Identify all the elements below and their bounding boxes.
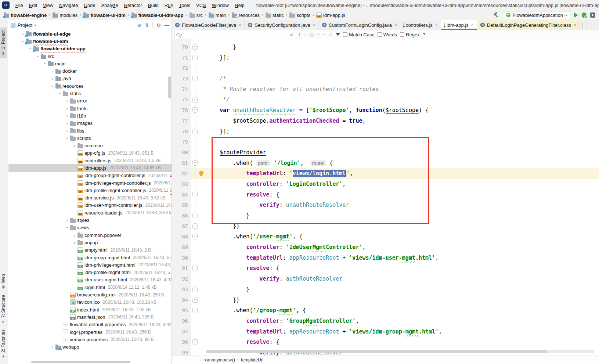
tree-item-idm-user-mgmt.html[interactable]: Hidm-user-mgmt.html2020/6/11 16:43, 4.93… [8, 276, 172, 284]
run-with-coverage-button[interactable] [590, 12, 595, 18]
menu-item-code[interactable]: Code [81, 1, 98, 10]
breadcrumb-item-main[interactable]: main [208, 12, 227, 18]
code-line[interactable]: */ [206, 94, 599, 105]
editor-tab-partial[interactable]: H [580, 20, 587, 30]
editor-tab-CustomFormLoginConfig.java[interactable]: CCustomFormLoginConfig.java× [319, 20, 400, 30]
tree-item-images[interactable]: ›images [8, 120, 172, 127]
checkbox-box[interactable] [343, 32, 347, 37]
tree-item-error[interactable]: ›error [8, 97, 172, 105]
next-occurrence-icon[interactable]: ↓ [304, 32, 306, 37]
tree-item-libs[interactable]: ›libs [8, 127, 172, 134]
close-tab-icon[interactable]: × [239, 22, 241, 28]
tree-item-favicon.ico[interactable]: favicon.ico2020/6/11 16:43, 102.13 kB [8, 299, 172, 306]
chevron-collapsed-icon[interactable]: › [72, 233, 77, 238]
code-line[interactable]: verify: authRouteResolver [206, 274, 599, 284]
match-case-checkbox[interactable]: Match Case [343, 32, 374, 37]
newline-icon[interactable]: ⏎ [289, 32, 293, 37]
words-checkbox[interactable]: Words [378, 32, 397, 37]
chevron-expanded-icon[interactable]: › [43, 61, 48, 66]
chevron-collapsed-icon[interactable]: › [64, 120, 70, 126]
chevron-collapsed-icon[interactable]: › [64, 128, 70, 134]
code-line[interactable]: } [206, 42, 599, 53]
checkbox-box[interactable] [378, 32, 382, 37]
code-line[interactable]: }]; [206, 126, 599, 137]
search-filter-icon[interactable] [336, 33, 340, 36]
debug-button[interactable] [582, 12, 587, 18]
code-line[interactable]: }]; [206, 53, 599, 63]
tree-item-idm-app.js[interactable]: JSidm-app.js2020/6/11 16:43, 14.69 kB [8, 164, 172, 172]
chevron-collapsed-icon[interactable]: › [64, 106, 70, 111]
tree-item-common[interactable]: ›common [8, 142, 172, 149]
menu-item-refactor[interactable]: Refactor [121, 1, 145, 10]
menu-item-file[interactable]: File [12, 1, 26, 10]
project-vertical-scrollbar[interactable] [168, 76, 171, 98]
tree-item-i18n[interactable]: ›i18n [8, 112, 172, 119]
menu-item-navigate[interactable]: Navigate [56, 1, 81, 10]
tree-item-flowable-ui-idm[interactable]: ›flowable-ui-idm [8, 37, 172, 45]
code-line[interactable]: templateUrl: appResourceRoot + 'views/id… [206, 253, 599, 263]
search-input[interactable]: ▾ ⏎ [174, 31, 295, 38]
code-line[interactable]: resolve: { [206, 337, 599, 347]
menu-item-view[interactable]: View [40, 1, 56, 10]
menu-item-run[interactable]: Run [162, 1, 176, 10]
code-line[interactable]: /* [206, 73, 599, 84]
editor-tab-DefaultLoginPageGeneratingFilter.class[interactable]: CDefaultLoginPageGeneratingFilter.class× [477, 20, 580, 30]
editor-breadcrumb-item[interactable]: templateUrl [241, 357, 263, 363]
tree-item-resource-loader.js[interactable]: JSresource-loader.js2020/6/11 16:43, 3.5… [8, 209, 172, 216]
menu-item-vcs[interactable]: VCS [193, 1, 209, 10]
close-tab-icon[interactable]: × [435, 22, 438, 28]
checkbox-box[interactable] [400, 32, 404, 37]
fold-start-icon[interactable]: − [192, 266, 198, 271]
code-line[interactable]: }) [206, 295, 599, 306]
tree-item-common.popover[interactable]: ›common.popover [8, 231, 172, 239]
fold-start-icon[interactable]: − [192, 339, 198, 345]
tree-item-main[interactable]: ›main [8, 60, 172, 67]
editor-breadcrumb-item[interactable]: <anonymous>() [204, 357, 235, 363]
tree-item-controllers.js[interactable]: JScontrollers.js2020/6/11 16:43, 1.5 kB [8, 157, 172, 164]
tree-item-docker[interactable]: ›docker [8, 67, 172, 75]
fold-end-icon[interactable]: − [192, 44, 198, 50]
fold-end-icon[interactable]: − [192, 286, 198, 292]
breadcrumb-item-modules[interactable]: modules [52, 12, 78, 18]
tree-item-scripts[interactable]: ›scripts [8, 134, 172, 142]
tree-item-log4j.properties[interactable]: ≡log4j.properties2020/6/11 16:43, 256 B [8, 328, 172, 336]
chevron-collapsed-icon[interactable]: › [72, 240, 77, 245]
tree-item-static[interactable]: ›static [8, 90, 172, 97]
fold-end-icon[interactable]: − [192, 213, 198, 218]
tree-item-manifest.json[interactable]: {}manifest.json2020/6/11 16:43, 335 B [8, 313, 172, 321]
fold-end-icon[interactable]: − [192, 129, 198, 134]
code-editor[interactable]: 7071727374757677787980818283848586878889… [172, 39, 599, 356]
build-hammer-icon[interactable] [493, 12, 499, 18]
chevron-expanded-icon[interactable]: › [50, 83, 55, 89]
chevron-expanded-icon[interactable]: › [57, 91, 63, 97]
tool-window-button-web[interactable]: ◉Web [0, 271, 7, 292]
menu-item-window[interactable]: Window [209, 1, 232, 10]
close-tab-icon[interactable]: × [394, 22, 397, 28]
hide-panel-icon[interactable]: — [165, 22, 169, 28]
editor-tab-SecurityConfiguration.java[interactable]: CSecurityConfiguration.java× [245, 20, 319, 30]
breadcrumb-item-flowable-ui-idm[interactable]: flowable-ui-idm [83, 12, 126, 18]
menu-item-help[interactable]: Help [232, 1, 248, 10]
search-history-caret-icon[interactable]: ▾ [181, 33, 182, 36]
code-line[interactable]: var unauthRouteResolver = ['$rootScope',… [206, 105, 599, 116]
tree-item-browserconfig.xml[interactable]: <>browserconfig.xml2020/6/11 16:43, 250 … [8, 291, 172, 298]
fold-start-icon[interactable]: − [192, 160, 198, 166]
editor-tab-FlowableCookieFilter.java[interactable]: CFlowableCookieFilter.java× [172, 20, 245, 30]
tree-item-idm-user-mgmt-controller.js[interactable]: JSidm-user-mgmt-controller.js2020/6/11 1… [8, 202, 172, 209]
tree-item-idm-group-mgmt-controller.js[interactable]: JSidm-group-mgmt-controller.js2020/6/11 … [8, 172, 172, 179]
remove-selection-icon[interactable]: − [322, 32, 325, 37]
menu-item-analyze[interactable]: Analyze [98, 1, 121, 10]
code-line[interactable]: $rootScope.authenticationChecked = true; [206, 116, 599, 126]
menu-item-build[interactable]: Build [145, 1, 162, 10]
breadcrumb-item-flowable-ui-idm-app[interactable]: flowable-ui-idm-app [131, 12, 184, 18]
tree-item-popup[interactable]: ›popup [8, 239, 172, 246]
tree-item-styles[interactable]: ›styles [8, 216, 172, 224]
run-configuration-select[interactable]: FlowableIdmApplication ▾ [503, 11, 570, 19]
breadcrumb-item-flowable-engine[interactable]: flowable-engine [3, 12, 47, 18]
tree-item-empty.html[interactable]: Hempty.html2020/6/11 16:43, 2 B [8, 246, 172, 254]
tree-item-idm-profile-mgmt.html[interactable]: Hidm-profile-mgmt.html2020/6/11 16:43, 5… [8, 269, 172, 276]
fold-start-icon[interactable]: − [192, 234, 198, 239]
tree-item-app-cfg.js[interactable]: JSapp-cfg.js2020/6/11 16:43, 951 B [8, 149, 172, 157]
editor-horizontal-scrollbar[interactable] [206, 350, 594, 353]
chevron-collapsed-icon[interactable]: › [50, 68, 55, 74]
